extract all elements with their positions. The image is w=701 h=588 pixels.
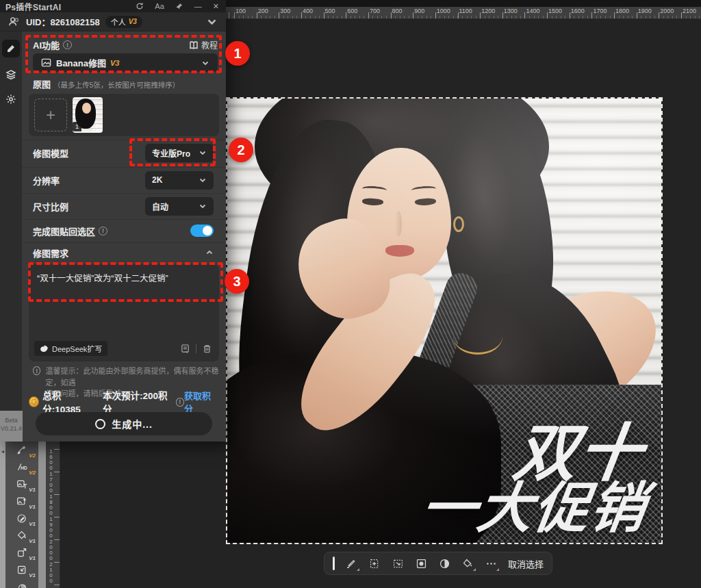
ruler-number: 1500 [548, 8, 562, 14]
spinner-icon [95, 419, 105, 429]
ruler-number: 800 [392, 8, 403, 14]
paste-back-toggle[interactable] [190, 225, 214, 237]
annotation-badge-3: 3 [225, 269, 249, 294]
beta-version-label: Beta V0.21.4 [0, 411, 23, 442]
chevron-down-icon [199, 176, 207, 184]
face-shape [347, 148, 451, 281]
ruler-number: 1800 [48, 494, 54, 515]
tool-smart-draw[interactable]: V1 [5, 510, 38, 527]
tool-image-restore[interactable]: V1 [5, 493, 38, 510]
hair-shape [227, 112, 406, 496]
deselect-button[interactable]: 取消选择 [508, 557, 544, 570]
plan-badge: 个人 V3 [105, 16, 142, 28]
selection-move-icon[interactable] [368, 557, 381, 570]
brush-tool-icon[interactable] [344, 557, 358, 570]
hair-shape [405, 246, 658, 533]
toolbar-drag-handle[interactable] [333, 557, 335, 570]
pin-icon[interactable] [175, 2, 183, 10]
minimize-icon[interactable]: — [194, 0, 202, 12]
user-icon [8, 16, 20, 27]
ruler-number: 1300 [504, 8, 518, 14]
ruler-number: 1900 [638, 8, 652, 14]
credits-row: 总积分:10385 本次预计:200积分 ! 获取积分 [29, 394, 218, 409]
ps-window-top-strip [226, 0, 701, 7]
prompt-history-icon[interactable] [180, 344, 190, 354]
startai-quick-tools: V2 HD V2 V1 V1 V1 V1 V1 V1 [5, 442, 38, 588]
ratio-dropdown[interactable]: 自动 [145, 197, 214, 216]
poster-headline: 双十 一大促销 [418, 424, 659, 535]
horizontal-ruler: 1002003004005006007008009001000110012001… [226, 7, 701, 19]
annotation-box-1 [25, 35, 222, 73]
panel-collapse-arrow[interactable]: ◂ [0, 449, 5, 455]
ruler-number: 1600 [48, 448, 54, 470]
necklace-shape [453, 319, 502, 355]
ruler-number: 2100 [683, 8, 696, 14]
chevron-up-icon[interactable] [205, 248, 214, 257]
deepseek-whale-icon [40, 344, 49, 353]
refresh-icon[interactable] [136, 2, 144, 10]
more-tools-icon[interactable] [484, 557, 498, 570]
tool-circle[interactable] [5, 578, 38, 588]
ruler-number: 2000 [660, 8, 674, 14]
chevron-down-icon[interactable] [206, 16, 218, 27]
plugin-content: AI功能 ! 教程 Banana修图 V3 原图 （最多上传5张，长按图片可拖拽… [22, 31, 226, 442]
annotation-box-3 [28, 262, 223, 302]
paste-back-label: 完成图贴回选区 [33, 225, 95, 238]
plugin-side-strip [0, 31, 22, 411]
canvas-image-selection[interactable]: 双十 一大促销 [226, 97, 663, 544]
ruler-number: 1700 [48, 471, 54, 493]
info-icon[interactable]: ! [99, 227, 107, 235]
earring-shape [453, 216, 464, 232]
annotation-badge-2: 2 [229, 138, 253, 162]
tool-expand-image[interactable]: V1 [5, 544, 38, 561]
prompt-section-label: 修图需求 [33, 246, 68, 259]
annotation-badge-1: 1 [225, 41, 250, 66]
hair-shape [431, 107, 565, 357]
hair-shape [227, 352, 501, 543]
mask-icon[interactable] [414, 557, 428, 570]
tool-magic-repair[interactable]: V2 [5, 442, 38, 459]
ruler-number: 1000 [437, 8, 450, 14]
adjustment-icon[interactable] [437, 557, 451, 570]
canvas-toolbar: 取消选择 [324, 552, 552, 575]
generate-button[interactable]: 生成中... [36, 412, 212, 435]
plugin-titlebar[interactable]: Ps插件StartAI Aa — ✕ [0, 0, 226, 12]
vertical-ruler: 160017001800190020002100 [46, 442, 60, 588]
ruler-number: 1700 [593, 8, 607, 14]
total-credits: 总积分:10385 [42, 388, 96, 416]
add-image-button[interactable]: + [34, 99, 67, 131]
poster-image: 双十 一大促销 [227, 99, 661, 543]
coin-icon [29, 396, 39, 407]
ruler-number: 300 [280, 8, 290, 14]
tool-image-text[interactable]: V1 [5, 476, 38, 493]
hair-shape [255, 99, 549, 229]
tool-hd-enhance[interactable]: HD V2 [5, 459, 38, 476]
chevron-down-icon [199, 202, 207, 210]
edit-tab[interactable] [2, 40, 20, 57]
close-icon[interactable]: ✕ [213, 0, 219, 12]
info-icon[interactable]: ! [176, 398, 184, 407]
svg-text:HD: HD [20, 465, 27, 470]
trash-icon[interactable] [202, 344, 212, 354]
plugin-title: Ps插件StartAI [5, 1, 61, 12]
ruler-number: 700 [370, 8, 380, 14]
account-row[interactable]: UID：8261082158 个人 V3 [0, 12, 226, 31]
shoulder-shape [469, 265, 661, 445]
thumbnail-index-badge: 1 [73, 122, 81, 131]
upload-area: + 双十大促销 1 [29, 94, 219, 136]
tweed-top-shape [368, 385, 661, 543]
font-size-icon[interactable]: Aa [155, 0, 164, 12]
annotation-box-2 [129, 138, 216, 166]
resolution-dropdown[interactable]: 2K [145, 171, 214, 190]
ruler-number: 100 [235, 8, 246, 14]
get-credits-link[interactable]: 获取积分 [184, 389, 218, 415]
fill-bucket-icon[interactable] [461, 557, 474, 570]
source-hint: （最多上传5张，长按图片可拖拽排序） [53, 79, 179, 90]
transform-selection-icon[interactable] [391, 557, 405, 570]
tool-shrink-image[interactable]: V1 [5, 561, 38, 578]
tool-fill[interactable]: V1 [5, 527, 38, 544]
uid-label: UID：8261082158 [26, 15, 100, 28]
settings-tab[interactable] [2, 90, 20, 108]
layers-tab[interactable] [2, 66, 20, 84]
deepseek-expand-button[interactable]: DeepSeek扩写 [34, 341, 107, 356]
